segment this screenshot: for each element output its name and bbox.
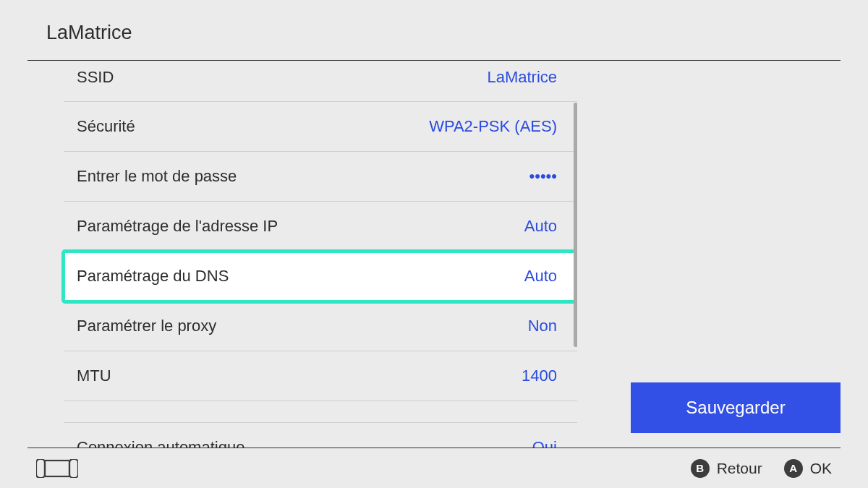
row-value: Auto [524,217,557,236]
svg-rect-2 [69,459,78,478]
hint-label: Retour [717,460,762,477]
controller-icon [36,459,78,478]
row-label: Paramétrer le proxy [77,317,216,335]
row-mtu[interactable]: MTU 1400 [64,351,577,401]
row-security[interactable]: Sécurité WPA2-PSK (AES) [64,102,577,152]
svg-rect-0 [36,459,45,478]
row-label: Paramétrage du DNS [77,267,229,286]
hint-label: OK [810,460,832,477]
row-value: Non [528,317,557,335]
footer-hints: B Retour A OK [691,459,832,478]
row-value: 1400 [522,367,557,385]
page-title: LaMatrice [46,22,822,44]
b-button-icon: B [691,459,710,478]
row-ssid[interactable]: SSID LaMatrice [64,61,577,102]
settings-screen: LaMatrice SSID LaMatrice Sécurité WPA2-P… [0,0,868,488]
row-label: Connexion automatique [77,438,244,448]
content-area: SSID LaMatrice Sécurité WPA2-PSK (AES) E… [0,61,868,448]
save-button[interactable]: Sauvegarder [631,382,841,433]
header: LaMatrice [0,0,868,51]
row-value: Oui [532,438,557,448]
hint-b-back[interactable]: B Retour [691,459,762,478]
row-value: LaMatrice [487,68,557,87]
row-label: MTU [77,367,111,385]
side-pane: Sauvegarder [577,61,868,448]
row-password[interactable]: Entrer le mot de passe ••••• [64,152,577,202]
a-button-icon: A [784,459,803,478]
row-label: Paramétrage de l'adresse IP [77,217,278,236]
row-label: SSID [77,68,114,87]
row-value: Auto [524,267,557,286]
settings-list: SSID LaMatrice Sécurité WPA2-PSK (AES) E… [64,61,577,448]
row-proxy-settings[interactable]: Paramétrer le proxy Non [64,301,577,351]
row-value: ••••• [529,167,557,186]
settings-list-pane: SSID LaMatrice Sécurité WPA2-PSK (AES) E… [27,61,577,448]
row-value: WPA2-PSK (AES) [429,117,557,136]
row-ip-settings[interactable]: Paramétrage de l'adresse IP Auto [64,202,577,252]
row-dns-settings[interactable]: Paramétrage du DNS Auto [64,252,577,301]
row-label: Entrer le mot de passe [77,167,237,186]
svg-rect-1 [45,461,69,476]
row-auto-connect[interactable]: Connexion automatique Oui [64,423,577,448]
row-label: Sécurité [77,117,135,136]
list-spacer [64,401,577,423]
footer-bar: B Retour A OK [27,448,841,488]
hint-a-ok[interactable]: A OK [784,459,832,478]
